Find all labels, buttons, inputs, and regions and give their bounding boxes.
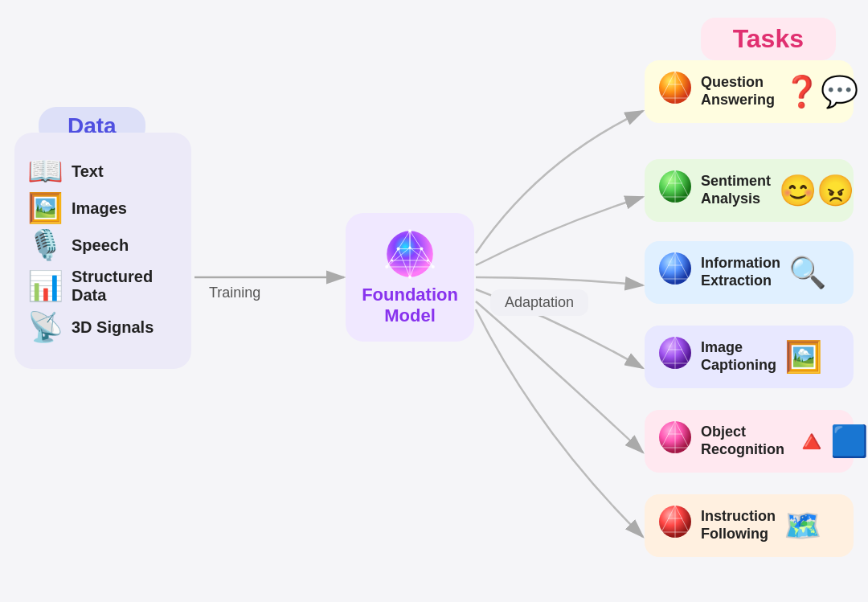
svg-point-24 <box>427 259 429 261</box>
data-item-3d: 📡 3D Signals <box>27 313 178 342</box>
qa-label: QuestionAnswering <box>701 74 775 109</box>
task-question-answering: QuestionAnswering ❓💬 <box>645 60 854 123</box>
sa-icon: 😊😠 <box>779 173 854 208</box>
adaptation-label: Adaptation <box>490 289 588 316</box>
text-icon: 📖 <box>27 157 63 186</box>
data-panel: 📖 Text 🖼️ Images 🎙️ Speech 📊 StructuredD… <box>14 133 191 369</box>
structured-icon: 📊 <box>27 272 63 301</box>
task-image-captioning: ImageCaptioning 🖼️ <box>645 326 854 388</box>
text-label: Text <box>72 162 104 181</box>
svg-point-21 <box>420 247 423 250</box>
qa-ball <box>657 70 693 113</box>
if-icon: 🗺️ <box>784 508 821 543</box>
sa-label: SentimentAnalysis <box>701 173 771 207</box>
svg-point-16 <box>408 229 411 232</box>
tasks-title: Tasks <box>733 24 804 53</box>
sa-ball <box>657 169 693 212</box>
qa-icon: ❓💬 <box>783 74 858 109</box>
task-object-recognition: ObjectRecognition 🔺🟦 <box>645 410 854 473</box>
images-icon: 🖼️ <box>27 194 63 223</box>
signals-label: 3D Signals <box>72 318 154 337</box>
ic-icon: 🖼️ <box>784 339 822 375</box>
signals-icon: 📡 <box>27 313 63 342</box>
ie-icon: 🔍 <box>788 255 826 290</box>
if-label: InstructionFollowing <box>701 508 776 543</box>
speech-icon: 🎙️ <box>27 231 63 260</box>
svg-point-23 <box>391 259 393 261</box>
data-item-structured: 📊 StructuredData <box>27 268 178 305</box>
tasks-title-box: Tasks <box>701 18 836 60</box>
ie-ball <box>657 251 693 294</box>
or-icon: 🔺🟦 <box>792 424 868 459</box>
svg-point-20 <box>397 247 400 250</box>
ie-label: InformationExtraction <box>701 255 780 289</box>
task-information-extraction: InformationExtraction 🔍 <box>645 241 854 304</box>
or-label: ObjectRecognition <box>701 424 784 458</box>
structured-label: StructuredData <box>72 268 153 305</box>
ic-ball <box>657 335 693 379</box>
data-item-images: 🖼️ Images <box>27 194 178 223</box>
svg-point-18 <box>432 265 435 268</box>
training-label: Training <box>209 285 260 301</box>
svg-point-17 <box>385 265 388 268</box>
data-item-speech: 🎙️ Speech <box>27 231 178 260</box>
ic-label: ImageCaptioning <box>701 339 776 374</box>
foundation-model-title: FoundationModel <box>362 285 458 327</box>
or-ball <box>657 420 693 463</box>
data-item-text: 📖 Text <box>27 157 178 186</box>
foundation-model-box: FoundationModel <box>346 213 474 342</box>
task-instruction-following: InstructionFollowing 🗺️ <box>645 494 854 557</box>
svg-point-22 <box>408 246 411 248</box>
if-ball <box>657 504 693 547</box>
svg-point-19 <box>408 275 411 278</box>
speech-label: Speech <box>72 236 129 255</box>
task-sentiment-analysis: SentimentAnalysis 😊😠 <box>645 159 854 222</box>
images-label: Images <box>72 199 127 218</box>
foundation-model-globe <box>384 228 436 280</box>
